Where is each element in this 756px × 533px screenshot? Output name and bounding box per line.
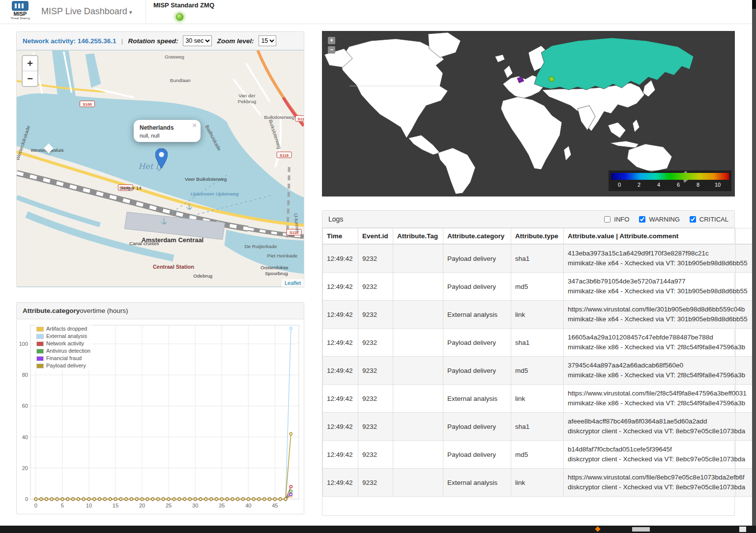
x-tick-label: 30	[192, 503, 198, 508]
data-point	[146, 498, 148, 500]
filter-checkbox-info[interactable]	[604, 216, 611, 223]
data-point	[87, 498, 90, 500]
anchor-icon: ⚓	[186, 203, 193, 210]
data-point	[162, 498, 165, 500]
zmq-status-dot	[176, 13, 183, 21]
misp-logo[interactable]: MISP Threat Sharing	[6, 0, 34, 20]
world-zoom-in-button[interactable]: +	[328, 37, 335, 44]
network-panel-heading: Network activity: 146.255.36.1 | Rotatio…	[17, 32, 304, 50]
legend-color-box	[36, 364, 44, 368]
region-madagascar	[564, 146, 571, 161]
map-label: Buiksloterweg	[264, 114, 294, 120]
data-point	[157, 498, 159, 500]
taskbar-diamond-icon[interactable]	[595, 526, 600, 532]
data-point	[45, 498, 48, 500]
data-point	[189, 498, 191, 500]
attribute-value: https://www.virustotal.com/file/2f8c54f9…	[568, 389, 731, 398]
cell-attribute-type: link	[511, 385, 564, 413]
data-point	[98, 498, 101, 500]
misp-logo-icon	[12, 1, 29, 11]
map-label: IJpleinveer IJpleinweg	[191, 191, 239, 196]
y-tick-label: 80	[22, 372, 28, 378]
city-map[interactable]: ⚓ ⚓ S100S100S116S116S11 GraswegBundlaanV…	[17, 50, 304, 287]
x-tick-label: 10	[86, 503, 92, 508]
taskbar-item[interactable]	[739, 527, 746, 532]
data-point	[194, 498, 197, 500]
attribute-value: b14d8faf7f0cbcfad051cefe5f39645f	[568, 445, 731, 454]
filter-checkbox-warning[interactable]	[639, 216, 645, 223]
cell-time: 12:49:42	[323, 273, 358, 301]
log-row: 12:49:42 9232 Payload delivery md5 b14d8…	[323, 441, 756, 469]
right-column: 0 2 4 6 8 10 + − Logs INFOWARNINGCRITICA…	[322, 31, 735, 516]
cell-time: 12:49:42	[323, 385, 358, 413]
cell-attribute-value-comment: https://www.virustotal.com/file/301b905e…	[564, 301, 736, 329]
logs-panel: Logs INFOWARNINGCRITICAL TimeEvent.idAtt…	[322, 210, 735, 516]
legend-color-box	[36, 356, 44, 361]
attribute-value: 413eba3973a15c1a6429d9f170f3e8287f98c21c	[568, 249, 731, 258]
brand-dropdown[interactable]: MISP Live Dashboard▾	[41, 6, 132, 17]
x-tick-label: 40	[245, 503, 251, 508]
attribute-comment: mimikatz-like x86 - Xchecked via VT: 2f8…	[568, 398, 731, 408]
filter-warning[interactable]: WARNING	[637, 215, 679, 224]
cell-time: 12:49:42	[323, 357, 358, 385]
popup-country: Netherlands	[140, 124, 195, 131]
cell-attribute-tag	[393, 413, 443, 441]
legend-gradient-bar	[611, 173, 729, 180]
data-point	[77, 498, 80, 500]
map-label: Oosterdokse	[261, 265, 289, 270]
taskbar-item[interactable]	[632, 527, 650, 532]
route-badge-label: S116	[280, 153, 289, 158]
x-tick-label: 0	[34, 503, 37, 508]
cell-event-id: 9232	[358, 441, 393, 469]
filter-label: CRITICAL	[699, 216, 728, 223]
cell-attribute-tag	[393, 357, 443, 385]
popup-close-icon[interactable]: ×	[192, 122, 197, 129]
data-point	[151, 498, 154, 500]
region-central-america	[408, 135, 440, 155]
attribute-comment: mimikatz-like x64 - Xchecked via VT: 301…	[568, 286, 731, 296]
log-row: 12:49:42 9232 Payload delivery md5 347ac…	[323, 273, 756, 301]
rotation-speed-select[interactable]: 30 sec	[183, 35, 212, 46]
data-point	[263, 498, 265, 500]
map-label: Pekbrug	[238, 99, 256, 104]
popup-coordinates: null, null	[140, 133, 195, 139]
attribute-comment: diskcryptor client - Xchecked via VT: 8e…	[568, 426, 731, 436]
attribute-category-panel: Attribute.category overtime (hours) 0204…	[16, 302, 304, 514]
data-point	[210, 498, 212, 500]
world-zoom-out-button[interactable]: −	[328, 46, 335, 54]
cell-attribute-category: Payload delivery	[443, 273, 511, 301]
data-point	[114, 498, 116, 500]
attribute-comment: mimikatz-like x86 - Xchecked via VT: 2f8…	[568, 342, 731, 352]
zoom-in-button[interactable]: +	[23, 56, 37, 71]
filter-checkbox-critical[interactable]	[690, 216, 696, 223]
data-point	[279, 498, 282, 500]
map-label: Van der	[238, 93, 256, 98]
map-marker-pin[interactable]	[155, 148, 168, 170]
logs-header-row: TimeEvent.idAttribute.TagAttribute.categ…	[323, 228, 756, 245]
cell-attribute-value-comment: 16605a4a29a101208457c47ebfde788487be788d…	[564, 329, 736, 357]
x-tick-label: 45	[272, 503, 278, 508]
zoom-out-button[interactable]: −	[23, 71, 37, 86]
zmq-title: MISP Standard ZMQ	[153, 1, 214, 9]
chart-title-bold: Attribute.category	[23, 307, 80, 314]
data-point	[51, 498, 53, 500]
misp-logo-tagline: Threat Sharing	[6, 17, 34, 20]
chart-legend: Artifacts droppedExternal analysisNetwor…	[34, 324, 92, 370]
cell-attribute-tag	[393, 329, 443, 357]
zoom-level-select[interactable]: 15	[259, 35, 276, 46]
cell-attribute-category: Payload delivery	[443, 329, 511, 357]
leaflet-link[interactable]: Leaflet	[285, 280, 301, 286]
data-point	[221, 498, 223, 500]
world-map[interactable]: 0 2 4 6 8 10 + −	[322, 31, 735, 196]
attribute-value: https://www.virustotal.com/file/301b905e…	[568, 305, 731, 314]
attribute-value: afeee8b4acff87bc469a6f0364a81ae5d60a2add	[568, 417, 731, 426]
brand-label: MISP Live Dashboard	[41, 6, 127, 16]
attribute-value: 37945c44a897aa42a66adcab68f560e0	[568, 361, 731, 370]
filter-critical[interactable]: CRITICAL	[688, 215, 728, 224]
data-point	[173, 498, 175, 500]
cell-event-id: 9232	[358, 413, 393, 441]
chart-panel-heading: Attribute.category overtime (hours)	[17, 303, 304, 319]
scroll-up-arrow-icon[interactable]: ▲	[746, 520, 751, 525]
filter-info[interactable]: INFO	[602, 215, 629, 224]
log-row: 12:49:42 9232 Payload delivery sha1 413e…	[323, 244, 756, 273]
